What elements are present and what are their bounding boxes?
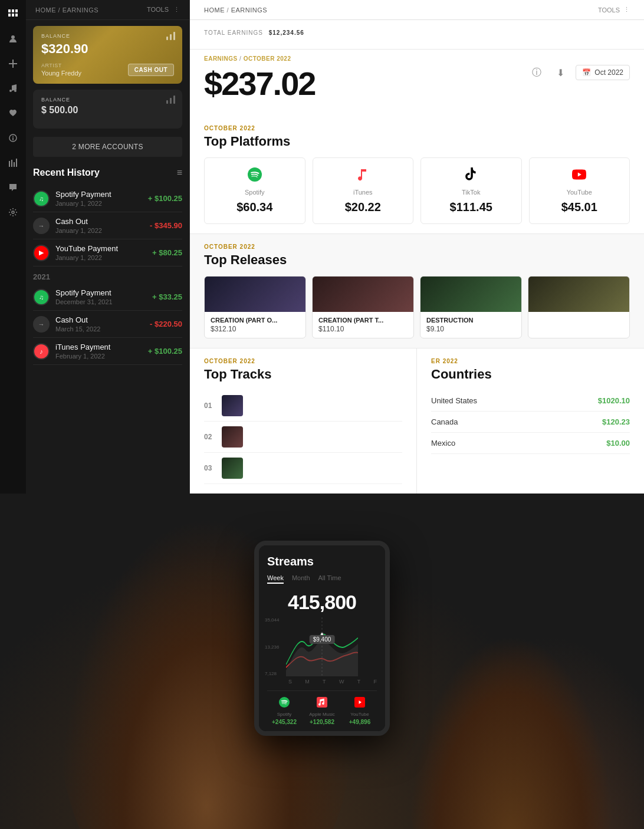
nav-icon-heart[interactable]	[6, 106, 20, 120]
phone-tab-alltime[interactable]: All Time	[318, 574, 341, 584]
history-item-cashout-1[interactable]: → Cash Out January 1, 2022 - $345.90	[33, 212, 182, 239]
countries-section-label: ER 2022	[431, 358, 630, 364]
country-item-2[interactable]: Canada $120.23	[431, 412, 630, 433]
card-bars-icon	[166, 32, 175, 40]
nav-icon-music[interactable]	[6, 81, 20, 96]
history-item-itunes-1[interactable]: ♪ iTunes Payment February 1, 2022 + $100…	[33, 338, 182, 365]
main-header: HOME / EARNINGS TOOLS ⋮	[190, 0, 644, 20]
cashout-icon-2: →	[33, 316, 50, 333]
history-date-2: January 1, 2022	[55, 227, 150, 234]
top-platforms-section: OCTOBER 2022 Top Platforms Spotify $60.3…	[190, 116, 644, 233]
release-amount-1: $312.10	[211, 325, 300, 333]
country-amount-1: $1020.10	[598, 396, 630, 405]
history-item-cashout-2[interactable]: → Cash Out March 15, 2022 - $220.50	[33, 311, 182, 338]
history-amount-4: + $33.25	[152, 292, 182, 301]
secondary-account-card: BALANCE $ 500.00	[33, 90, 182, 129]
history-item-spotify-1[interactable]: ♫ Spotify Payment January 1, 2022 + $100…	[33, 185, 182, 212]
download-icon[interactable]: ⬇	[552, 64, 569, 81]
top-countries-section: ER 2022 Countries United States $1020.10…	[417, 348, 644, 494]
recent-history-title: Recent History	[33, 167, 100, 178]
svg-point-16	[12, 211, 14, 213]
phone-tab-week[interactable]: Week	[267, 574, 284, 584]
platform-card-tiktok[interactable]: TikTok $111.45	[420, 157, 522, 224]
track-item-1[interactable]: 01	[204, 390, 402, 422]
country-amount-3: $10.00	[606, 439, 630, 448]
youtube-name: YouTube	[537, 189, 623, 196]
nav-icon-user[interactable]	[6, 32, 20, 46]
phone-platform-spotify: Spotify +245,322	[267, 697, 301, 725]
nav-icon-plus[interactable]	[6, 57, 20, 71]
country-item-3[interactable]: Mexico $10.00	[431, 433, 630, 454]
history-date-6: February 1, 2022	[55, 353, 148, 360]
phone-platform-youtube: YouTube +49,896	[343, 697, 377, 725]
release-card-3[interactable]: DESTRUCTION $9.10	[420, 276, 522, 338]
tools-button[interactable]: TOOLS ⋮	[598, 6, 630, 14]
release-amount-2: $110.10	[318, 325, 408, 333]
history-amount-2: - $345.90	[150, 221, 182, 230]
nav-icon-settings[interactable]	[6, 205, 20, 219]
sidebar-tools[interactable]: TOOLS ⋮	[147, 6, 180, 14]
more-accounts-button[interactable]: 2 MORE ACCOUNTS	[33, 137, 182, 157]
phone-tab-month[interactable]: Month	[292, 574, 310, 584]
history-name-3: YouTube Payment	[55, 244, 152, 253]
history-date-1: January 1, 2022	[55, 200, 148, 207]
balance-label: BALANCE	[41, 33, 174, 39]
release-card-2[interactable]: CREATION (PART T... $110.10	[312, 276, 414, 338]
spotify-icon-1: ♫	[33, 190, 50, 207]
tracks-section-label: OCTOBER 2022	[204, 358, 402, 364]
svg-rect-4	[12, 14, 14, 17]
nav-icon-circle-info[interactable]	[6, 131, 20, 145]
spotify-name: Spotify	[212, 189, 298, 196]
sidebar: HOME / EARNINGS TOOLS ⋮ BALANCE $320.90 …	[26, 0, 190, 494]
history-item-spotify-2[interactable]: ♫ Spotify Payment December 31, 2021 + $3…	[33, 284, 182, 311]
cash-out-button[interactable]: CASH OUT	[128, 64, 174, 76]
history-item-youtube-1[interactable]: ▶ YouTube Payment January 1, 2022 + $80.…	[33, 239, 182, 267]
info-icon[interactable]: ⓘ	[528, 64, 545, 81]
releases-section-label: OCTOBER 2022	[204, 244, 630, 250]
history-amount-3: + $80.25	[152, 248, 182, 257]
release-name-4	[534, 317, 623, 324]
svg-rect-1	[12, 9, 14, 12]
platforms-section-title: Top Platforms	[204, 134, 630, 149]
secondary-balance-label: BALANCE	[41, 97, 174, 103]
phone-applemusic-name: Apple Music	[305, 712, 339, 717]
release-name-2: CREATION (PART T...	[318, 317, 408, 324]
filter-icon[interactable]: ≡	[177, 167, 182, 178]
youtube-amount: $45.01	[537, 200, 623, 214]
itunes-amount: $20.22	[320, 200, 406, 214]
kebab-menu-icon[interactable]: ⋮	[173, 6, 180, 14]
nav-icon-chat[interactable]	[6, 180, 20, 195]
phone-chart: 35,044 13,236 7,128 $9,400	[265, 617, 379, 676]
chart-x-labels: SMTWTF	[267, 679, 377, 685]
platforms-grid: Spotify $60.34 iTunes $20.22	[204, 157, 630, 224]
track-item-3[interactable]: 03	[204, 453, 402, 484]
main-breadcrumb: HOME / EARNINGS	[204, 6, 267, 14]
nav-icon-grid[interactable]	[6, 7, 20, 21]
primary-balance: $320.90	[41, 41, 174, 57]
track-num-3: 03	[204, 464, 216, 472]
platform-card-youtube[interactable]: YouTube $45.01	[529, 157, 630, 224]
top-tracks-section: OCTOBER 2022 Top Tracks 01 02 03	[190, 348, 417, 494]
date-picker-button[interactable]: 📅 Oct 2022	[576, 65, 630, 80]
calendar-icon: 📅	[582, 68, 591, 77]
spotify-icon-2: ♫	[33, 289, 50, 305]
phone-youtube-icon	[343, 697, 377, 710]
sidebar-breadcrumb: HOME / EARNINGS	[35, 6, 98, 14]
itunes-name: iTunes	[320, 189, 406, 196]
tracks-section-title: Top Tracks	[204, 367, 402, 382]
platform-card-spotify[interactable]: Spotify $60.34	[204, 157, 305, 224]
phone-youtube-name: YouTube	[343, 712, 377, 717]
svg-rect-22	[317, 697, 327, 708]
bottom-sections: OCTOBER 2022 Top Tracks 01 02 03 ER 2022	[190, 348, 644, 494]
release-card-1[interactable]: CREATION (PART O... $312.10	[204, 276, 306, 338]
nav-icon-equalizer[interactable]	[6, 156, 20, 170]
itunes-platform-icon	[320, 167, 406, 185]
track-item-2[interactable]: 02	[204, 422, 402, 453]
youtube-icon-1: ▶	[33, 245, 50, 261]
country-item-1[interactable]: United States $1020.10	[431, 390, 630, 412]
svg-rect-14	[14, 162, 15, 167]
recent-history-section: Recent History ≡ ♫ Spotify Payment Janua…	[26, 162, 189, 365]
platform-card-itunes[interactable]: iTunes $20.22	[313, 157, 414, 224]
svg-rect-12	[9, 161, 10, 167]
release-card-4[interactable]	[528, 276, 630, 338]
